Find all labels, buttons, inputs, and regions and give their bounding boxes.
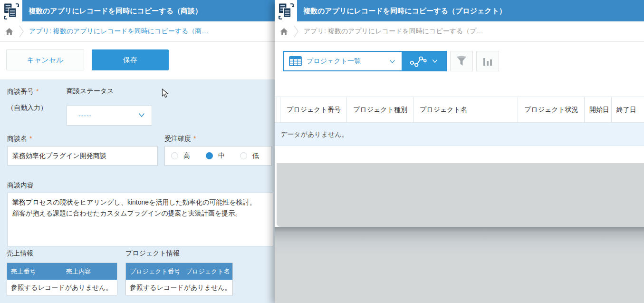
list-gutter-column [277, 97, 280, 122]
window-deal-form: 複数のアプリにレコードを同時にコピーする（商談） [0, 0, 275, 303]
order-confidence-label: 受注確度 [164, 135, 191, 142]
deal-detail-label: 商談内容 [7, 181, 34, 190]
save-button[interactable]: 保存 [92, 49, 169, 70]
chevron-separator-icon [19, 24, 24, 39]
sales-info-label: 売上情報 [7, 249, 33, 258]
column-header-end-date[interactable]: 終了日 [611, 97, 644, 122]
column-header-project-name[interactable]: プロジェクト名 [413, 97, 518, 122]
mouse-cursor [161, 88, 170, 98]
project-info-empty-message: 参照するレコードがありません。 [126, 280, 232, 295]
copy-records-app-icon [0, 0, 22, 22]
record-list-header-row: プロジェクト番号 プロジェクト種別 プロジェクト名 プロジェクト状況 開始日 終… [275, 97, 644, 123]
radio-option-high[interactable]: 高 [171, 152, 190, 160]
column-header-project-type[interactable]: プロジェクト種別 [346, 97, 413, 122]
window-project-list: 複数のアプリにレコードを同時にコピーする（プロジェクト） [275, 0, 644, 303]
screen: 複数のアプリにレコードを同時にコピーする（商談） [0, 0, 644, 303]
titlebar-deal: 複数のアプリにレコードを同時にコピーする（商談） [0, 0, 275, 21]
radio-circle-icon [206, 152, 213, 159]
radio-circle-icon [240, 152, 247, 159]
view-selector-current[interactable]: プロジェクト一覧 [284, 52, 402, 70]
view-selector[interactable]: プロジェクト一覧 [283, 51, 447, 71]
breadcrumb-app-link[interactable]: アプリ: 複数のアプリにレコードを同時にコピーする（商… [29, 27, 208, 36]
chevron-separator-icon [294, 24, 299, 39]
chevron-down-icon [432, 59, 438, 63]
column-header-start-date[interactable]: 開始日 [584, 97, 611, 122]
view-selector-label: プロジェクト一覧 [307, 57, 361, 66]
cancel-button[interactable]: キャンセル [6, 49, 84, 70]
chart-button[interactable] [476, 51, 499, 71]
page-background-shadow [275, 227, 644, 303]
breadcrumb-project: アプリ: 複数のアプリにレコードを同時にコピーする（プ… [275, 21, 644, 42]
funnel-icon [456, 56, 467, 67]
record-edit-form: 商談番号* （自動入力） 商談ステータス ----- 商談名* 業務効率化プラグ… [0, 79, 275, 303]
home-icon[interactable] [280, 28, 288, 35]
column-header-project-number[interactable]: プロジェクト番号 [280, 97, 346, 122]
sales-detail-header: 売上内容 [66, 267, 91, 276]
record-list-empty-message: データがありません。 [275, 123, 644, 146]
deal-name-input[interactable]: 業務効率化プラグイン開発商談 [7, 146, 158, 166]
content-end-panel [277, 163, 644, 227]
breadcrumb-app-link[interactable]: アプリ: 複数のアプリにレコードを同時にコピーする（プ… [304, 27, 483, 36]
table-view-icon [289, 56, 302, 66]
required-mark: * [36, 88, 38, 95]
app-title-project: 複数のアプリにレコードを同時にコピーする（プロジェクト） [303, 0, 506, 21]
chevron-down-icon [138, 113, 145, 117]
required-mark: * [193, 135, 196, 142]
copy-records-icon [277, 2, 296, 21]
sales-info-table: 売上番号 売上内容 参照するレコードがありません。 [7, 263, 117, 295]
titlebar-project: 複数のアプリにレコードを同時にコピーする（プロジェクト） [275, 0, 644, 21]
project-info-table: プロジェクト番号 プロジェクト名 参照するレコードがありません。 [125, 263, 233, 295]
deal-status-dropdown[interactable]: ----- [67, 106, 152, 126]
deal-number-value: （自動入力） [7, 104, 47, 112]
breadcrumb-deal: アプリ: 複数のアプリにレコードを同時にコピーする（商… [0, 21, 275, 42]
radio-option-low[interactable]: 低 [240, 152, 259, 160]
required-mark: * [29, 135, 32, 142]
home-icon[interactable] [5, 28, 13, 35]
radio-circle-icon [171, 152, 178, 159]
sales-number-header: 売上番号 [7, 267, 66, 276]
app-title-deal: 複数のアプリにレコードを同時にコピーする（商談） [29, 0, 202, 21]
order-confidence-radio-group: 高 中 低 [164, 146, 272, 166]
filter-button[interactable] [450, 51, 473, 71]
column-header-project-status[interactable]: プロジェクト状況 [518, 97, 584, 122]
line-graph-icon [410, 55, 428, 68]
deal-name-label: 商談名 [7, 135, 27, 142]
radio-option-medium[interactable]: 中 [206, 152, 225, 160]
copy-records-app-icon [275, 0, 297, 22]
bar-chart-icon [483, 57, 492, 66]
project-name-header: プロジェクト名 [186, 267, 230, 276]
sales-info-empty-message: 参照するレコードがありません。 [7, 280, 117, 295]
deal-status-selected-value: ----- [78, 106, 92, 125]
deal-status-label: 商談ステータス [67, 87, 114, 96]
project-info-label: プロジェクト情報 [125, 249, 180, 258]
chevron-down-icon [389, 59, 395, 64]
deal-detail-textarea[interactable]: 業務プロセスの現状をヒアリングし、kintoneを活用した効率化の可能性を検討。… [7, 193, 273, 246]
copy-records-icon [2, 2, 21, 21]
graph-view-button[interactable] [402, 52, 446, 70]
project-number-header: プロジェクト番号 [126, 267, 186, 276]
deal-number-label: 商談番号 [7, 88, 34, 95]
